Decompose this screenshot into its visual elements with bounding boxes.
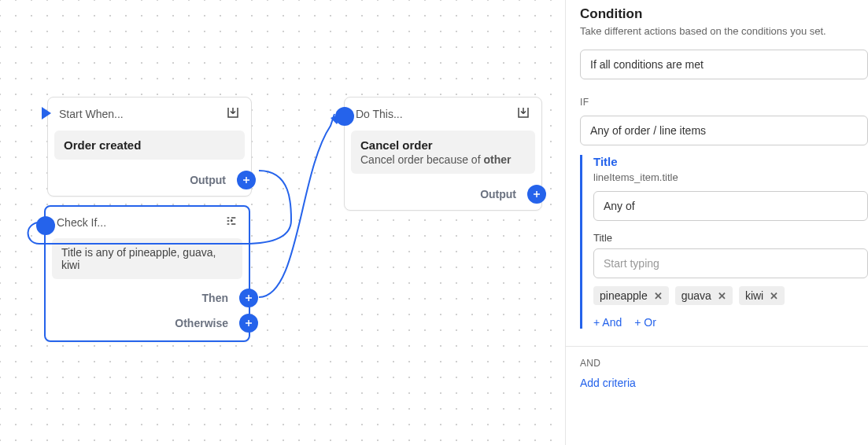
criteria-field-label: Title <box>593 232 868 244</box>
do-body-subtitle: Cancel order because of other <box>360 153 526 166</box>
if-section-label: IF <box>580 97 868 108</box>
close-icon[interactable]: ✕ <box>654 290 663 302</box>
otherwise-label: Otherwise <box>175 317 228 329</box>
start-node-title: Start When... <box>59 108 226 120</box>
do-input-port[interactable] <box>335 107 354 126</box>
close-icon[interactable]: ✕ <box>718 290 726 302</box>
divider <box>566 346 868 347</box>
criteria-block: Title lineItems_item.title Any of Title … <box>580 155 868 329</box>
add-or-link[interactable]: + Or <box>634 316 656 329</box>
output-label: Output <box>190 174 226 186</box>
tag-item[interactable]: guava✕ <box>675 286 733 305</box>
start-node-body: Order created <box>64 138 235 152</box>
do-this-node[interactable]: Do This... Cancel order Cancel order bec… <box>344 97 542 211</box>
condition-icon <box>225 215 238 230</box>
check-input-port[interactable] <box>36 216 55 235</box>
download-icon[interactable] <box>226 105 240 123</box>
then-label: Then <box>202 292 228 304</box>
start-indicator-icon <box>42 107 51 120</box>
criteria-tags: pineapple✕ guava✕ kiwi✕ <box>593 286 868 305</box>
tag-item[interactable]: pineapple✕ <box>593 286 669 305</box>
then-port[interactable] <box>239 289 258 307</box>
start-node[interactable]: Start When... Order created Output <box>47 97 252 197</box>
check-node-title: Check If... <box>57 216 225 229</box>
close-icon[interactable]: ✕ <box>770 290 778 302</box>
start-output-port[interactable] <box>237 171 256 189</box>
operator-select[interactable]: Any of <box>593 191 868 221</box>
panel-subtitle: Take different actions based on the cond… <box>580 25 868 37</box>
if-source-select[interactable]: Any of order / line items <box>580 116 868 145</box>
do-node-title: Do This... <box>356 108 516 120</box>
match-mode-select[interactable]: If all conditions are met <box>580 50 868 79</box>
add-and-link[interactable]: + And <box>593 316 622 329</box>
flow-canvas[interactable]: Start When... Order created Output Check… <box>0 0 565 445</box>
tag-item[interactable]: kiwi✕ <box>739 286 785 305</box>
criteria-value-input[interactable] <box>593 248 868 278</box>
otherwise-port[interactable] <box>239 314 258 333</box>
do-output-label: Output <box>480 188 516 200</box>
criteria-title: Title <box>593 155 868 168</box>
condition-panel: Condition Take different actions based o… <box>565 0 868 445</box>
criteria-path: lineItems_item.title <box>593 171 868 183</box>
do-body-title: Cancel order <box>360 138 526 152</box>
add-criteria-link[interactable]: Add criteria <box>580 377 868 389</box>
check-if-node[interactable]: Check If... Title is any of pineapple, g… <box>44 205 250 342</box>
download-icon[interactable] <box>516 105 530 123</box>
panel-title: Condition <box>580 6 868 22</box>
do-output-port[interactable] <box>527 185 546 204</box>
and-section-label: AND <box>580 358 868 369</box>
check-node-body: Title is any of pineapple, guava, kiwi <box>61 246 233 271</box>
